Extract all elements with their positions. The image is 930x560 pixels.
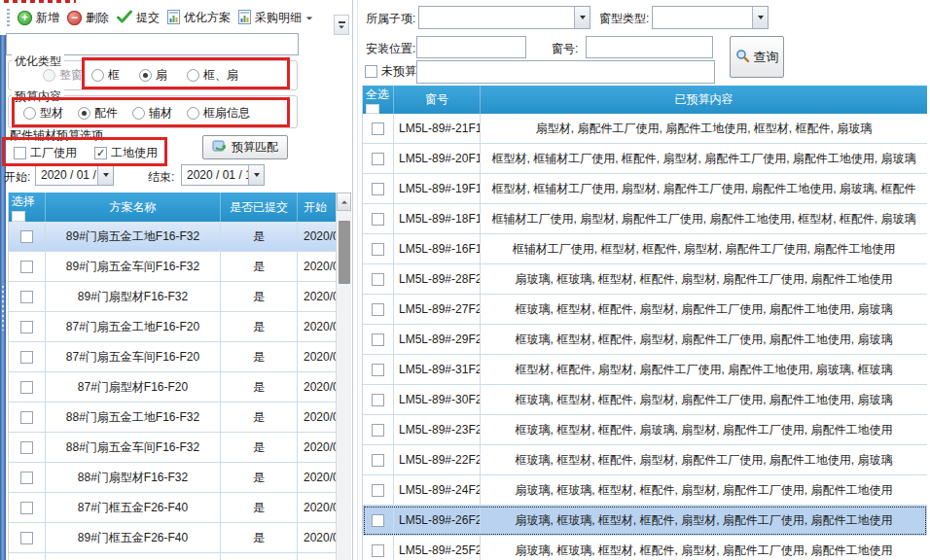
table-row[interactable]: LM5L-89#-29F27 框玻璃, 框型材, 框配件, 扇型材, 扇配件工厂… xyxy=(363,325,927,355)
table-row[interactable]: 87#门扇五金车间F16-F20 是 2020/0 xyxy=(9,342,337,372)
plan-name-column-header[interactable]: 方案名称 xyxy=(46,192,221,222)
table-row[interactable]: 87#门扇型材F16-F20 是 2020/0 xyxy=(9,372,337,402)
budget-content-label: 预算内容 xyxy=(12,88,64,105)
start-date: 2020/0 xyxy=(298,282,337,311)
table-row[interactable]: LM5L-89#-19F17 框型材, 框辅材工厂使用, 扇型材, 扇配件工厂使… xyxy=(363,174,927,204)
window-no-column-header[interactable]: 窗号 xyxy=(394,86,481,114)
table-row[interactable]: LM5L-89#-26F24 扇玻璃, 框玻璃, 框型材, 框配件, 扇型材, … xyxy=(363,506,927,536)
radio-auxiliary[interactable]: 辅材 xyxy=(132,105,172,122)
row-checkbox[interactable] xyxy=(372,454,384,467)
query-button[interactable]: 查询 xyxy=(730,36,784,78)
table-row[interactable]: LM5L-89#-18F16 框辅材工厂使用, 扇型材, 扇配件工厂使用, 扇配… xyxy=(363,204,927,234)
table-row[interactable]: LM5L-89#-20F18 框型材, 框辅材工厂使用, 框配件, 扇型材, 扇… xyxy=(363,144,927,174)
row-checkbox[interactable] xyxy=(20,321,33,333)
plan-table-scrollbar[interactable] xyxy=(336,192,351,560)
submitted-column-header[interactable]: 是否已提交 xyxy=(221,192,298,222)
row-checkbox[interactable] xyxy=(372,333,384,346)
table-row[interactable]: 88#门扇五金车间F16-F32 是 2020/0 xyxy=(9,433,337,463)
table-row[interactable]: LM5L-89#-27F25 框玻璃, 框型材, 框配件, 扇型材, 扇配件工厂… xyxy=(363,295,927,325)
table-row[interactable]: LM5L-89#-30F28 框玻璃, 框型材, 框配件, 扇型材, 扇配件工厂… xyxy=(363,385,927,415)
row-checkbox[interactable] xyxy=(20,532,33,544)
left-splitter[interactable] xyxy=(0,35,6,560)
table-row[interactable]: LM5L-89#-22F20 框玻璃, 框型材, 框配件, 扇型材, 扇配件工厂… xyxy=(363,445,927,475)
table-row[interactable]: 88#门扇五金工地F16-F32 是 2020/0 xyxy=(9,402,337,433)
row-checkbox[interactable] xyxy=(372,484,384,497)
plan-filter-input[interactable] xyxy=(6,33,299,55)
select-all-checkbox[interactable] xyxy=(366,104,379,114)
row-checkbox[interactable] xyxy=(372,183,384,195)
row-checkbox[interactable] xyxy=(20,502,33,514)
no-budget-checkbox[interactable]: 未预算: xyxy=(365,63,419,80)
select-all-header-label: 全选 xyxy=(366,87,389,103)
row-checkbox[interactable] xyxy=(372,273,384,286)
row-checkbox[interactable] xyxy=(372,424,384,437)
sub-item-select[interactable] xyxy=(418,6,590,29)
radio-frame-sash-info[interactable]: 框扇信息 xyxy=(187,105,250,122)
window-type-label: 窗型类型: xyxy=(599,11,649,27)
row-checkbox[interactable] xyxy=(372,394,384,406)
row-checkbox[interactable] xyxy=(20,291,33,303)
row-checkbox[interactable] xyxy=(20,472,33,484)
table-row[interactable]: LM5L-89#-28F26 扇玻璃, 框玻璃, 框型材, 框配件, 扇型材, … xyxy=(363,264,927,295)
radio-profile[interactable]: 型材 xyxy=(23,105,63,122)
window-number-input[interactable] xyxy=(586,36,713,58)
optimize-plan-button[interactable]: 优化方案 xyxy=(163,8,234,29)
radio-sash[interactable]: 扇 xyxy=(139,67,167,84)
table-row[interactable]: LM5L-89#-31F29 框型材, 框配件, 扇型材, 扇配件工厂使用, 扇… xyxy=(363,355,927,385)
checkbox-factory-use[interactable]: 工厂使用 xyxy=(14,145,77,161)
window-number: LM5L-89#-28F26 xyxy=(394,264,481,294)
table-row[interactable]: 89#门扇五金工地F16-F32 是 2020/0 xyxy=(9,222,337,252)
table-row[interactable]: 89#门扇五金车间F16-F32 是 2020/0 xyxy=(9,252,337,282)
table-row[interactable]: LM5L-89#-16F15 框辅材工厂使用, 框型材, 框配件, 扇型材, 扇… xyxy=(363,234,927,264)
chevron-down-icon[interactable] xyxy=(248,165,264,185)
row-checkbox[interactable] xyxy=(372,122,384,135)
toolbar-overflow-button[interactable] xyxy=(334,15,349,35)
chevron-down-icon[interactable] xyxy=(574,7,590,28)
start-column-header[interactable]: 开始 xyxy=(298,192,337,222)
window-type-select[interactable] xyxy=(652,6,769,29)
row-checkbox[interactable] xyxy=(372,364,384,376)
table-row[interactable]: 88#门扇型材F16-F32 是 2020/0 xyxy=(9,463,337,493)
start-date-picker[interactable]: 2020 / 01 / 1 xyxy=(35,164,114,186)
end-date-picker[interactable]: 2020 / 01 / 13 xyxy=(181,164,265,186)
row-checkbox[interactable] xyxy=(372,544,384,557)
table-row[interactable]: 87#门框五金F26-F40 是 2020/0 xyxy=(9,493,337,523)
row-checkbox[interactable] xyxy=(372,243,384,256)
row-checkbox[interactable] xyxy=(372,303,384,316)
row-checkbox[interactable] xyxy=(20,381,33,394)
row-checkbox[interactable] xyxy=(20,411,33,424)
chevron-down-icon[interactable] xyxy=(97,165,113,185)
row-checkbox[interactable] xyxy=(20,441,33,454)
select-all-checkbox[interactable] xyxy=(12,211,25,222)
row-checkbox[interactable] xyxy=(20,230,33,243)
content-column-header[interactable]: 已预算内容 xyxy=(481,86,927,114)
table-row[interactable]: LM5L-89#-21F19 扇型材, 扇配件工厂使用, 扇配件工地使用, 框型… xyxy=(363,114,927,144)
table-row[interactable]: 87#门扇五金工地F16-F20 是 2020/0 xyxy=(9,312,337,342)
table-row[interactable]: LM5L-89#-25F23 扇玻璃, 框玻璃, 框型材, 框配件, 扇型材, … xyxy=(363,536,927,560)
row-checkbox[interactable] xyxy=(372,153,384,165)
row-checkbox[interactable] xyxy=(372,514,384,527)
install-position-input[interactable] xyxy=(416,36,526,58)
row-checkbox[interactable] xyxy=(372,213,384,226)
table-row[interactable]: LM5L-89#-23F21 框玻璃, 框型材, 框配件, 扇玻璃, 扇型材, … xyxy=(363,415,927,445)
radio-frame-sash[interactable]: 框、扇 xyxy=(187,67,238,84)
table-row[interactable]: 89#门扇型材F16-F32 是 2020/0 xyxy=(9,282,337,312)
new-button[interactable]: + 新增 xyxy=(14,8,63,28)
table-row[interactable]: LM5L-89#-24F22 扇玻璃, 框玻璃, 框型材, 框配件, 扇型材, … xyxy=(363,475,927,506)
scrollbar-thumb[interactable] xyxy=(339,221,350,284)
row-checkbox[interactable] xyxy=(20,261,33,273)
delete-button[interactable]: − 删除 xyxy=(63,8,113,28)
radio-frame[interactable]: 框 xyxy=(91,67,120,84)
table-row[interactable]: 88#门框五金F21-F40 是 2020/0 xyxy=(9,553,337,560)
table-row[interactable]: 89#门框五金F26-F40 是 2020/0 xyxy=(9,523,337,553)
checkbox-site-use[interactable]: 工地使用 xyxy=(94,145,158,161)
budget-match-button[interactable]: 预算匹配 xyxy=(202,135,288,159)
row-checkbox[interactable] xyxy=(20,351,33,364)
submit-button[interactable]: 提交 xyxy=(113,8,163,28)
radio-accessory[interactable]: 配件 xyxy=(78,105,118,122)
scroll-up-button[interactable] xyxy=(337,192,351,211)
no-budget-input[interactable] xyxy=(416,60,715,84)
purchase-detail-button[interactable]: 采购明细 xyxy=(234,8,317,29)
toolbar-grip[interactable] xyxy=(7,9,10,27)
chevron-down-icon[interactable] xyxy=(752,7,768,28)
